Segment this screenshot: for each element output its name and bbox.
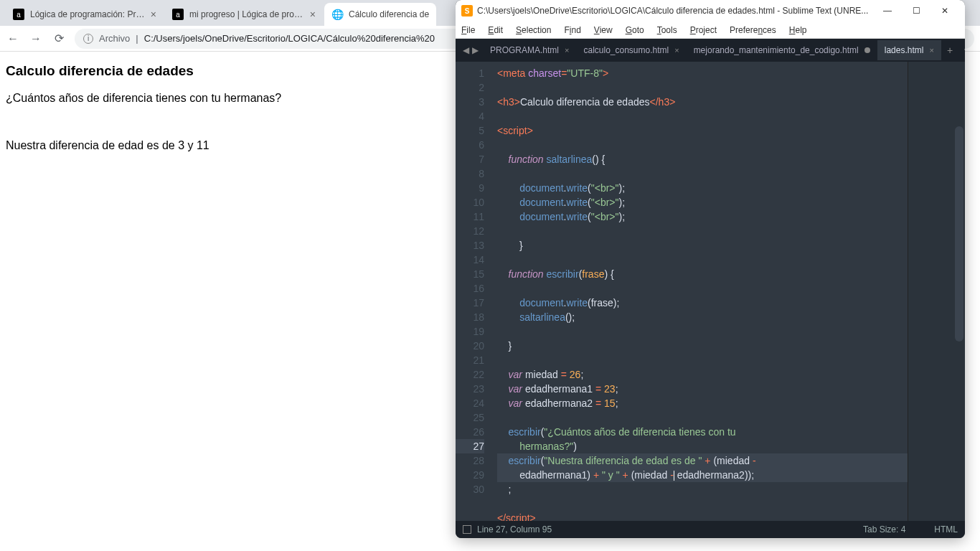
menu-tools[interactable]: Tools (657, 25, 677, 35)
menu-goto[interactable]: Goto (626, 25, 644, 35)
address-label: Archivo (99, 33, 130, 44)
tab-title: mi progreso | Lógica de program (189, 9, 304, 19)
browser-tab-3[interactable]: 🌐 Cálculo diferencia de (324, 3, 436, 26)
favicon: a (172, 9, 184, 20)
close-icon[interactable]: × (151, 9, 156, 20)
editor-tab-programa[interactable]: PROGRAMA.html× (483, 40, 576, 60)
editor-body: 1234567891011121314151617181920212223242… (456, 62, 965, 521)
menu-project[interactable]: Project (690, 25, 717, 35)
close-button[interactable]: ✕ (930, 6, 959, 16)
tab-title: Lógica de programación: Primerc (30, 9, 145, 19)
menu-find[interactable]: Find (564, 25, 580, 35)
tab-scroll-arrows[interactable]: ◀▶ (458, 45, 483, 55)
close-icon[interactable]: × (929, 46, 933, 55)
status-syntax[interactable]: HTML (934, 524, 958, 534)
sublime-menubar: File Edit Selection Find View Goto Tools… (456, 22, 965, 39)
info-icon[interactable]: i (83, 34, 93, 44)
menu-edit[interactable]: Edit (488, 25, 503, 35)
forward-button[interactable]: → (29, 32, 43, 46)
menu-view[interactable]: View (594, 25, 613, 35)
status-tabsize[interactable]: Tab Size: 4 (863, 524, 905, 534)
status-box-icon[interactable] (463, 525, 471, 534)
close-icon[interactable]: × (310, 9, 316, 20)
menu-help[interactable]: Help (789, 25, 807, 35)
menu-file[interactable]: File (461, 25, 475, 35)
back-button[interactable]: ← (6, 32, 20, 46)
window-caption: C:\Users\joels\OneDrive\Escritorio\LOGIC… (477, 6, 873, 16)
editor-tab-mejorando[interactable]: mejorando_mantenimiento_de_codigo.html (687, 40, 877, 60)
menu-selection[interactable]: Selection (516, 25, 551, 35)
new-tab-button[interactable]: + (941, 44, 958, 56)
minimize-button[interactable]: — (873, 6, 902, 16)
reload-button[interactable]: ⟳ (52, 32, 66, 46)
scrollbar-vertical[interactable] (955, 126, 963, 342)
tab-title: Cálculo diferencia de (349, 9, 429, 19)
browser-tab-1[interactable]: a Lógica de programación: Primerc × (6, 3, 164, 26)
code-area[interactable]: <meta charset="UTF-8"> <h3>Calculo difer… (491, 62, 908, 521)
globe-icon: 🌐 (331, 9, 343, 20)
sublime-titlebar[interactable]: S C:\Users\joels\OneDrive\Escritorio\LOG… (456, 0, 965, 22)
favicon: a (13, 9, 24, 20)
editor-tab-active[interactable]: lades.html× (877, 40, 941, 60)
modified-dot-icon (864, 47, 870, 53)
maximize-button[interactable]: ☐ (902, 6, 930, 16)
sublime-tab-strip: ◀▶ PROGRAMA.html× calculo_consumo.html× … (456, 39, 965, 62)
browser-tab-2[interactable]: a mi progreso | Lógica de program × (165, 3, 323, 26)
close-icon[interactable]: × (565, 46, 569, 55)
close-icon[interactable]: × (674, 46, 679, 55)
status-position[interactable]: Line 27, Column 95 (477, 524, 552, 534)
line-gutter[interactable]: 1234567891011121314151617181920212223242… (456, 62, 491, 521)
sublime-statusbar: Line 27, Column 95 Tab Size: 4 HTML (456, 521, 965, 538)
address-url: C:/Users/joels/OneDrive/Escritorio/LOGIC… (144, 33, 435, 44)
tab-dropdown-button[interactable]: ▼ (958, 47, 965, 55)
editor-tab-consumo[interactable]: calculo_consumo.html× (576, 40, 686, 60)
sublime-window: S C:\Users\joels\OneDrive\Escritorio\LOG… (456, 0, 965, 538)
sublime-icon: S (461, 5, 473, 17)
menu-preferences[interactable]: Preferences (730, 25, 776, 35)
